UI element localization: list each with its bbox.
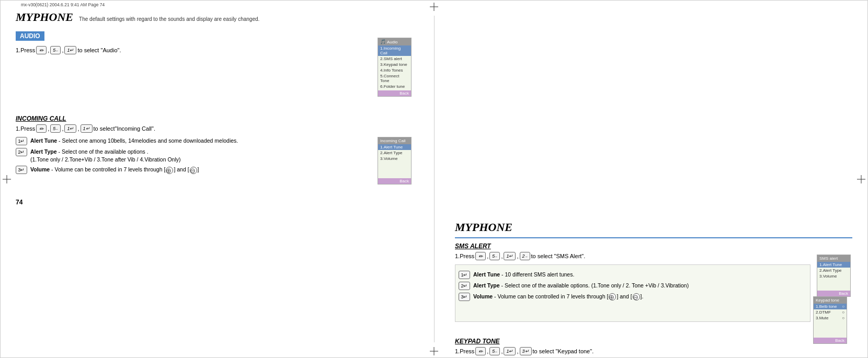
keypad-screen-title: Keypad tone [814,297,847,304]
bullet-item-2: 2↵ Alert Type - Select one of the availa… [16,148,371,163]
incoming-press-suffix: to select"Incoming Call". [94,125,155,132]
brand-header-left: MYPHONE The default settings with regard… [16,10,413,24]
sms-bullet-num-3: 3↵ [459,293,470,301]
audio-item-6: 6.Folder tune [378,84,411,89]
sms-bullet-3: 3↵ Volume - Volume can be controlled in … [459,293,807,301]
incoming-item-3: 3.Volume [378,156,411,161]
incoming-call-title: INCOMING CALL [16,115,413,122]
sms-bullet-1: 1↵ Alert Tune - 10 different SMS alert t… [459,271,807,279]
sms-bullet-num-2: 2↵ [459,282,470,290]
incoming-press-label: 1.Press [16,125,35,132]
keypad-press1-suffix: to select "Keypad tone". [533,348,594,354]
incoming-bullets-container: 1↵ Alert Tune - Select one among 10bells… [16,137,413,205]
vol-minus-icon-left [190,167,197,174]
keypad-item-1: 1.Belb tone○ [814,304,847,309]
sms-screen-spacer [817,279,850,290]
key1b-incoming: 1↵ [81,124,93,133]
keypad-item-3: 3.Mute○ [814,315,847,321]
audio-item-5: 5.Connect Tone [378,73,411,84]
bullet-item-1: 1↵ Alert Tune - Select one among 10bells… [16,137,371,145]
audio-item-1: 1.Incoming Call [378,45,411,56]
incoming-item-1: 1.Alert Tune [378,144,411,150]
sms-bullet-2: 2↵ Alert Type - Select one of the availa… [459,282,807,290]
sms-press-line: 1.Press ✏ , 5₋ , 1↵ , 2₋ to select "SMS … [455,252,852,260]
audio-screen-title: 🎵 Audio [378,38,411,45]
phone-incoming: Incoming Call 1.Alert Tune 2.Alert Type … [378,137,413,184]
brand-title-left: MYPHONE [16,10,73,24]
sms-alert-title: SMS ALERT [455,242,852,250]
audio-press-line: 1.Press ✏ , 5₋ , 1↵ to select "Audio". [16,46,413,54]
key5-sms: 5₋ [489,252,500,260]
bullet-item-3: 3↵ Volume - Volume can be controlled in … [16,166,371,174]
key5-audio: 5₋ [50,46,61,54]
bullet-num-2: 2↵ [16,148,27,156]
bullet-text-1: Alert Tune - Select one among 10bells, 1… [30,137,238,145]
vol-plus-icon-left [166,167,173,174]
phone-screen-sms: SMS alert 1.Alert Tune 2.Alert Type 3.Vo… [817,255,851,297]
page-number-74: 74 [16,199,22,206]
sms-alert-section: SMS ALERT 1.Press ✏ , 5₋ , 1↵ , 2₋ to se… [455,242,852,322]
audio-screen-back: Back [378,90,411,96]
page-right: MYPHONE SMS ALERT 1.Press ✏ , 5₋ , 1↵ , … [434,210,868,358]
audio-header: AUDIO [16,31,44,41]
sms-bullet-text-2: Alert Type - Select one of the available… [473,282,689,290]
audio-press-label: 1.Press [16,47,35,53]
phone-keypad: Keypad tone 1.Belb tone○ 2.DTMF○ 3.Mute○… [813,296,852,344]
pencil-key-incoming: ✏ [36,124,47,133]
key1-keypad: 1↵ [504,347,516,355]
phone-screen-incoming: Incoming Call 1.Alert Tune 2.Alert Type … [378,137,412,184]
key1-audio: 1↵ [64,46,76,54]
bullet-text-2: Alert Type - Select one of the available… [30,148,180,163]
cross-right [857,175,865,183]
keypad-item-2: 2.DTMF○ [814,309,847,315]
incoming-bullets: 1↵ Alert Tune - Select one among 10bells… [16,137,371,174]
audio-item-4: 4.Info Tones [378,67,411,73]
audio-section: AUDIO 1.Press ✏ , 5₋ , 1↵ to select "Aud… [16,27,413,111]
page-left: MYPHONE The default settings with regard… [0,0,434,210]
key5-incoming: 5₋ [50,124,61,133]
section-line-top [455,237,852,238]
bullet-num-1: 1↵ [16,137,27,145]
incoming-press-line: 1.Press ✏ , 5₋ , 1↵ , 1↵ to select"Incom… [16,124,413,133]
vol-minus-icon-right [633,293,640,301]
keypad-press1-label: 1.Press [455,348,474,354]
sms-press-suffix: to select "SMS Alert". [531,253,586,259]
pencil-key-sms: ✏ [475,252,486,260]
pencil-key-audio: ✏ [36,46,47,54]
sms-item-1: 1.Alert Tune [817,262,850,268]
audio-press-suffix: to select "Audio". [77,47,121,53]
sms-press-label: 1.Press [455,253,474,259]
incoming-screen-title: Incoming Call [378,137,411,144]
keypad-tone-title: KEYPAD TONE [455,338,852,345]
sms-bullets-box: 1↵ Alert Tune - 10 different SMS alert t… [455,264,810,322]
sms-screen-back: Back [817,291,850,296]
keypad-screen-back: Back [814,338,847,343]
brand-subtitle-left: The default settings with regard to the … [79,16,259,22]
key1-incoming: 1↵ [64,124,76,133]
pencil-key-keypad: ✏ [475,347,486,355]
phone-sms: SMS alert 1.Alert Tune 2.Alert Type 3.Vo… [817,255,852,297]
sms-item-2: 2.Alert Type [817,268,850,273]
phone-screen-keypad: Keypad tone 1.Belb tone○ 2.DTMF○ 3.Mute○… [813,296,847,344]
sms-screen-title: SMS alert [817,255,850,262]
sms-bullet-text-1: Alert Tune - 10 different SMS alert tune… [473,271,574,279]
incoming-item-2: 2.Alert Type [378,150,411,156]
key2-sms: 2₋ [520,252,530,260]
key3-keypad: 3↵ [520,347,532,355]
bullet-text-3: Volume - Volume can be controlled in 7 l… [30,166,199,174]
key5-keypad: 5₋ [489,347,500,355]
audio-item-3: 3.Keypad tone [378,62,411,67]
key1-sms: 1↵ [504,252,516,260]
sms-item-3: 3.Volume [817,273,850,279]
bullet-num-3: 3↵ [16,166,27,174]
incoming-screen-spacer [378,161,411,177]
keypad-screen-spacer [814,321,847,337]
brand-title-right: MYPHONE [455,221,512,234]
brand-header-right: MYPHONE [455,221,852,234]
incoming-call-section: INCOMING CALL 1.Press ✏ , 5₋ , 1↵ , 1↵ t… [16,115,413,205]
vol-plus-icon-right [609,293,616,301]
phone-screen-audio: 🎵 Audio 1.Incoming Call 2.SMS alert 3.Ke… [378,38,412,97]
incoming-screen-back: Back [378,178,411,184]
sms-bullet-num-1: 1↵ [459,271,470,279]
phone-audio: 🎵 Audio 1.Incoming Call 2.SMS alert 3.Ke… [378,38,413,97]
